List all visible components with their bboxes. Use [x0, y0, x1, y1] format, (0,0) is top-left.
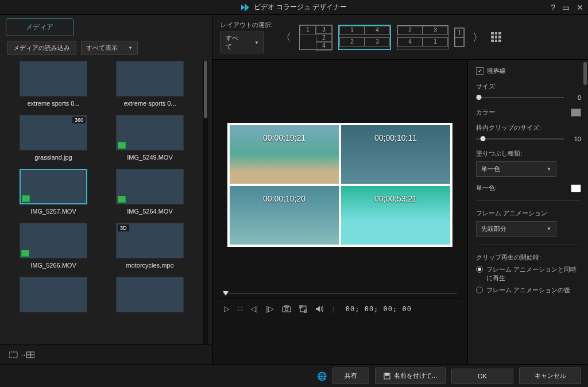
auto-fill-layout-icon[interactable]: →	[9, 350, 34, 359]
timeline-scrubber[interactable]	[217, 293, 463, 299]
snapshot-icon[interactable]	[282, 305, 291, 312]
media-thumb[interactable]: 3Dmotorcycles.mpo	[107, 223, 193, 274]
collage-preview[interactable]: 00;00;19;21 00;00;10;11 00;00;10;20 00;0…	[227, 123, 452, 247]
svg-marker-1	[245, 3, 249, 11]
svg-marker-0	[241, 5, 245, 10]
fill-type-select[interactable]: 単一色	[476, 161, 556, 177]
layout-tile[interactable]: 1423	[338, 25, 391, 50]
collage-cell-4[interactable]: 00;00;53;21	[341, 186, 450, 245]
size-value: 0	[568, 94, 581, 101]
prev-frame-icon[interactable]: ◁|	[250, 304, 258, 313]
media-filter-select[interactable]: すべて表示	[81, 41, 138, 55]
ok-button[interactable]: OK	[451, 369, 513, 384]
layout-filter-select[interactable]: すべて	[220, 32, 264, 53]
media-panel: メディア メディアの読み込み すべて表示 extreme sports 0...…	[0, 15, 212, 364]
props-scrollbar[interactable]	[583, 62, 587, 85]
preview-area: 00;00;19;21 00;00;10;11 00;00;10;20 00;0…	[212, 60, 467, 364]
layout-label: レイアウトの選択:	[220, 21, 273, 29]
radio-after-anim[interactable]: フレーム アニメーションの後	[476, 286, 581, 295]
collage-cell-1[interactable]: 00;00;19;21	[230, 125, 339, 184]
svg-rect-15	[385, 373, 389, 376]
layout-tile[interactable]: 2341	[397, 25, 448, 49]
media-thumb[interactable]: IMG_5257.MOV	[10, 169, 96, 220]
fill-type-label: 塗りつぶし種類:	[476, 149, 581, 158]
close-icon[interactable]: ✕	[577, 3, 583, 12]
media-thumb[interactable]: IMG_5266.MOV	[10, 223, 96, 274]
tab-media[interactable]: メディア	[6, 18, 74, 36]
media-thumb[interactable]: extreme sports 0...	[10, 61, 96, 113]
layout-bar: レイアウトの選択: すべて 〈 1324142323411 〉	[212, 15, 588, 60]
media-thumb[interactable]: IMG_5249.MOV	[107, 115, 193, 167]
media-thumb[interactable]: IMG_5264.MOV	[107, 169, 193, 220]
crop-icon[interactable]	[299, 305, 307, 313]
help-icon[interactable]: ?	[551, 3, 555, 12]
inner-size-value: 10	[568, 136, 581, 142]
border-checkbox[interactable]: ✓ 境界線	[476, 67, 581, 75]
media-thumb[interactable]: 360grassland.jpg	[10, 115, 96, 167]
share-button[interactable]: 共有	[332, 367, 369, 384]
stop-icon[interactable]: □	[238, 304, 242, 313]
size-label: サイズ:	[476, 82, 581, 91]
app-logo-icon	[241, 3, 250, 11]
next-frame-icon[interactable]: |▷	[266, 304, 273, 313]
properties-panel: ✓ 境界線 サイズ: 0 カラー: 枠内クリップのサイズ:	[467, 60, 588, 364]
frame-anim-label: フレーム アニメーション:	[476, 209, 581, 218]
bottom-bar: 🌐 共有 名前を付けて... OK キャンセル	[0, 364, 588, 387]
playback-bar: ▷ □ ◁| |▷ | 00; 00; 00; 00	[217, 299, 463, 318]
single-color-swatch[interactable]	[571, 184, 581, 192]
border-color-swatch[interactable]	[571, 109, 581, 117]
playback-time: 00; 00; 00; 00	[346, 305, 412, 313]
svg-text:→: →	[20, 351, 26, 358]
layout-tile[interactable]: 1	[454, 28, 465, 47]
svg-rect-2	[9, 352, 17, 358]
media-thumb[interactable]	[107, 277, 193, 322]
layout-prev-icon[interactable]: 〈	[278, 30, 293, 44]
inner-size-slider[interactable]	[476, 138, 564, 140]
app-title: ビデオ コラージュ デザイナー	[254, 2, 347, 12]
layout-tile[interactable]: 1324	[299, 25, 332, 50]
size-slider[interactable]	[476, 97, 564, 98]
save-as-button[interactable]: 名前を付けて...	[375, 367, 446, 384]
layout-next-icon[interactable]: 〉	[470, 30, 485, 44]
clip-start-label: クリップ再生の開始時:	[476, 253, 581, 262]
svg-point-8	[285, 308, 288, 311]
inner-size-label: 枠内クリップのサイズ:	[476, 123, 581, 132]
import-media-button[interactable]: メディアの読み込み	[7, 41, 76, 55]
collage-cell-3[interactable]: 00;00;10;20	[230, 186, 339, 245]
radio-with-anim[interactable]: フレーム アニメーションと同時に再生	[476, 265, 581, 282]
media-thumb[interactable]: extreme sports 0...	[107, 61, 193, 113]
play-icon[interactable]: ▷	[224, 304, 230, 313]
cancel-button[interactable]: キャンセル	[519, 367, 581, 384]
volume-icon[interactable]	[315, 305, 324, 313]
globe-icon[interactable]: 🌐	[317, 371, 327, 381]
media-thumbnails: extreme sports 0...extreme sports 0...36…	[10, 61, 200, 345]
media-thumb[interactable]	[10, 277, 96, 322]
single-color-label: 単一色:	[476, 184, 497, 192]
title-bar: ビデオ コラージュ デザイナー ? ▭ ✕	[0, 0, 588, 15]
color-label: カラー:	[476, 108, 497, 117]
frame-anim-select[interactable]: 先頭部分	[476, 221, 556, 237]
collage-cell-2[interactable]: 00;00;10;11	[341, 125, 450, 184]
maximize-icon[interactable]: ▭	[562, 3, 570, 12]
svg-rect-10	[300, 306, 306, 312]
svg-marker-13	[316, 306, 320, 312]
layout-grid-icon[interactable]	[491, 32, 501, 42]
layout-tiles: 1324142323411	[299, 25, 465, 50]
media-scrollbar[interactable]	[203, 61, 208, 345]
